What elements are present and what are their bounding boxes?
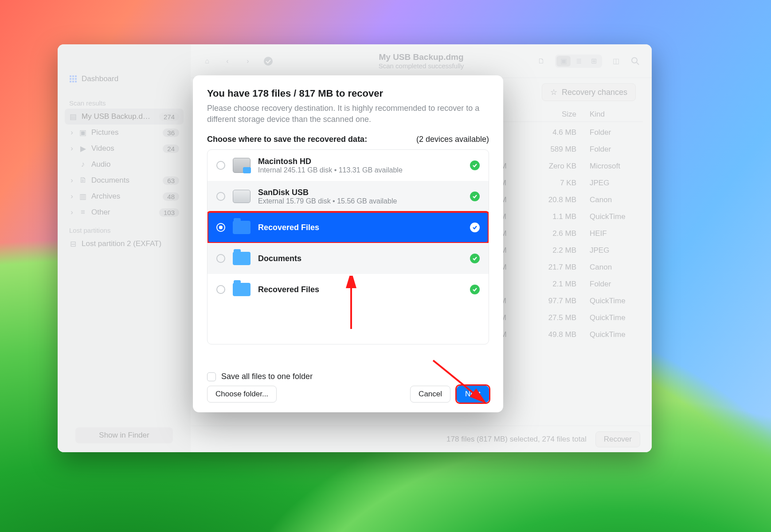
cell-kind: JPEG bbox=[590, 179, 638, 188]
folder-icon bbox=[233, 252, 250, 265]
sidebar-badge: 48 bbox=[163, 192, 179, 201]
other-icon: ≡ bbox=[79, 208, 87, 216]
sidebar-item-label: Lost partition 2 (EXFAT) bbox=[82, 239, 161, 248]
column-size[interactable]: Size bbox=[528, 110, 590, 119]
destination-item[interactable]: Macintosh HD Internal 245.11 GB disk • 1… bbox=[207, 150, 489, 181]
cell-size: 49.8 MB bbox=[528, 330, 590, 339]
cell-size: 4.6 MB bbox=[528, 128, 590, 137]
title-block: My USB Backup.dmg Scan completed success… bbox=[379, 52, 464, 70]
svg-rect-6 bbox=[70, 81, 71, 82]
sidebar-item-label: Archives bbox=[91, 192, 120, 201]
save-all-checkbox[interactable] bbox=[207, 372, 216, 381]
destination-item[interactable]: Documents bbox=[207, 243, 489, 274]
sidebar-item-audio[interactable]: › ♪ Audio bbox=[65, 156, 184, 172]
sidebar-item-label: Documents bbox=[91, 176, 129, 185]
partition-icon: ⊟ bbox=[69, 240, 77, 248]
column-kind[interactable]: Kind bbox=[590, 110, 638, 119]
new-file-icon[interactable]: 🗋 bbox=[536, 55, 547, 67]
hard-drive-icon bbox=[233, 158, 250, 173]
view-list-icon[interactable]: ≣ bbox=[571, 56, 586, 66]
cell-size: 7 KB bbox=[528, 179, 590, 188]
sidebar-item-other[interactable]: › ≡ Other 103 bbox=[65, 204, 184, 220]
cancel-label: Cancel bbox=[419, 390, 442, 398]
destination-item[interactable]: SanDisk USB External 15.79 GB disk • 15.… bbox=[207, 181, 489, 212]
sidebar-item-lost-partition[interactable]: ⊟ Lost partition 2 (EXFAT) bbox=[65, 236, 184, 252]
documents-icon: 🗎 bbox=[79, 176, 87, 184]
view-grid-icon[interactable]: ⊞ bbox=[587, 56, 601, 66]
sidebar-item-documents[interactable]: › 🗎 Documents 63 bbox=[65, 172, 184, 188]
cell-kind: QuickTime bbox=[590, 313, 638, 322]
sidebar-item-label: Videos bbox=[91, 144, 114, 153]
destination-list: Macintosh HD Internal 245.11 GB disk • 1… bbox=[207, 149, 489, 344]
search-icon[interactable] bbox=[630, 55, 641, 67]
svg-rect-3 bbox=[70, 78, 71, 80]
recovery-chances-label: Recovery chances bbox=[562, 88, 627, 97]
sidebar-toggle-icon[interactable]: ◫ bbox=[610, 55, 622, 67]
sidebar: Dashboard Scan results ▤ My USB Backup.d… bbox=[58, 44, 191, 452]
destination-sub: Internal 245.11 GB disk • 113.31 GB avai… bbox=[258, 166, 403, 174]
disk-image-icon: ▤ bbox=[69, 113, 77, 121]
sidebar-item-archives[interactable]: › ▥ Archives 48 bbox=[65, 188, 184, 204]
sidebar-item-label: My USB Backup.d… bbox=[82, 112, 150, 121]
modal-heading: You have 178 files / 817 MB to recover bbox=[207, 88, 489, 99]
recovery-chances-button[interactable]: ☆ Recovery chances bbox=[542, 83, 636, 101]
view-folder-icon[interactable]: ▣ bbox=[556, 56, 571, 66]
audio-icon: ♪ bbox=[79, 160, 87, 168]
next-button[interactable]: Next bbox=[457, 386, 489, 403]
svg-point-9 bbox=[264, 57, 273, 66]
cell-size: 2.6 MB bbox=[528, 229, 590, 238]
destination-item[interactable]: Recovered Files bbox=[207, 274, 489, 305]
show-in-finder-label: Show in Finder bbox=[99, 431, 149, 439]
folder-icon bbox=[233, 283, 250, 296]
back-icon[interactable]: ‹ bbox=[222, 55, 233, 67]
sidebar-item-label: Pictures bbox=[91, 128, 118, 137]
sidebar-dashboard-label: Dashboard bbox=[82, 74, 118, 83]
next-label: Next bbox=[465, 390, 481, 398]
show-in-finder-button[interactable]: Show in Finder bbox=[75, 427, 173, 443]
toolbar: ⌂ ‹ › My USB Backup.dmg Scan completed s… bbox=[191, 44, 652, 78]
sidebar-badge: 274 bbox=[159, 113, 179, 121]
archives-icon: ▥ bbox=[79, 192, 87, 200]
cell-size: 2.2 MB bbox=[528, 246, 590, 255]
cell-kind: Microsoft bbox=[590, 162, 638, 171]
status-ok-icon bbox=[470, 223, 480, 232]
destination-radio[interactable] bbox=[216, 161, 225, 170]
svg-rect-8 bbox=[75, 81, 77, 82]
cell-kind: Folder bbox=[590, 128, 638, 137]
save-all-row[interactable]: Save all files to one folder bbox=[207, 372, 313, 381]
forward-icon[interactable]: › bbox=[242, 55, 254, 67]
choose-label: Choose where to save the recovered data: bbox=[207, 135, 367, 144]
sidebar-item-label: Audio bbox=[91, 160, 110, 169]
home-icon[interactable]: ⌂ bbox=[201, 55, 213, 67]
destination-radio[interactable] bbox=[216, 223, 225, 232]
modal-description: Please choose recovery destination. It i… bbox=[207, 103, 489, 125]
sidebar-item-label: Other bbox=[91, 208, 110, 217]
sidebar-item-videos[interactable]: › ▶ Videos 24 bbox=[65, 141, 184, 156]
star-icon: ☆ bbox=[550, 87, 557, 97]
cell-size: 27.5 MB bbox=[528, 313, 590, 322]
svg-rect-7 bbox=[72, 81, 74, 82]
sidebar-item-pictures[interactable]: › ▣ Pictures 36 bbox=[65, 125, 184, 141]
cell-kind: QuickTime bbox=[590, 212, 638, 221]
destination-name: SanDisk USB bbox=[258, 188, 397, 197]
view-mode-segment: ▣ ≣ ⊞ bbox=[555, 55, 602, 68]
sidebar-badge: 103 bbox=[159, 208, 179, 217]
cancel-button[interactable]: Cancel bbox=[410, 386, 450, 403]
svg-rect-2 bbox=[75, 75, 77, 77]
chevron-right-icon: › bbox=[69, 144, 74, 153]
destination-radio[interactable] bbox=[216, 254, 225, 263]
sidebar-item-scan-root[interactable]: ▤ My USB Backup.d… 274 bbox=[65, 109, 184, 125]
destination-item[interactable]: Recovered Files bbox=[207, 212, 489, 243]
dashboard-icon bbox=[69, 75, 77, 83]
chevron-right-icon: › bbox=[69, 208, 74, 217]
recover-button[interactable]: Recover bbox=[595, 431, 640, 447]
cell-size: 21.7 MB bbox=[528, 263, 590, 272]
sidebar-dashboard[interactable]: Dashboard bbox=[65, 71, 184, 87]
window-subtitle: Scan completed successfully bbox=[379, 62, 464, 70]
svg-point-10 bbox=[632, 58, 637, 63]
destination-name: Recovered Files bbox=[258, 223, 319, 232]
cell-kind: HEIF bbox=[590, 229, 638, 238]
cell-size: 589 MB bbox=[528, 145, 590, 154]
destination-radio[interactable] bbox=[216, 285, 225, 294]
destination-radio[interactable] bbox=[216, 192, 225, 201]
